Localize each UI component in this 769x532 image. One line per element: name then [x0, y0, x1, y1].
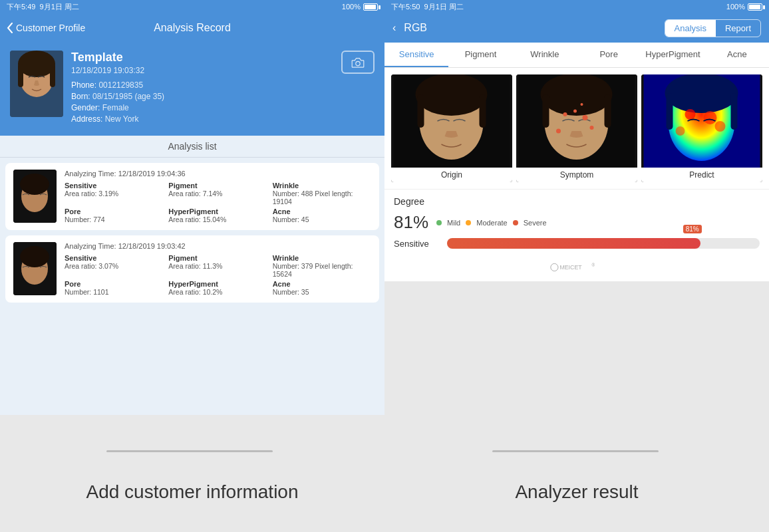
svg-point-34: [704, 111, 717, 124]
image-predict: Predict: [641, 74, 762, 182]
label-sensitive-1: Sensitive Area ratio: 3.19%: [65, 182, 163, 205]
analysis-time-2: Analyzing Time: 12/18/2019 19:03:42: [65, 242, 371, 250]
skin-tab-acne[interactable]: Acne: [705, 43, 769, 67]
origin-label: Origin: [391, 168, 512, 182]
skin-tab-sensitive[interactable]: Sensitive: [384, 43, 448, 67]
profile-phone: Phone: 0012129835: [71, 80, 375, 90]
image-symptom: Symptom: [516, 74, 637, 182]
legend: Mild Moderate Severe: [436, 219, 547, 227]
scrollbar-left[interactable]: [106, 450, 273, 452]
skin-tab-wrinkle[interactable]: Wrinkle: [513, 43, 577, 67]
svg-point-14: [416, 74, 488, 116]
back-button[interactable]: Customer Profile: [7, 23, 85, 33]
label-pigment-1: Pigment Area ratio: 7.14%: [168, 182, 267, 205]
svg-rect-15: [418, 94, 424, 128]
degree-title: Degree: [394, 196, 760, 207]
left-panel: Customer Profile Analysis Record: [0, 13, 384, 415]
svg-point-22: [563, 112, 567, 116]
svg-point-25: [590, 126, 594, 130]
status-time-left: 下午5:49: [7, 2, 35, 12]
analysis-thumbnail-2: [13, 242, 57, 295]
label-pore-2: Pore Number: 1101: [65, 280, 163, 296]
scrollbar-right[interactable]: [492, 450, 659, 452]
sensitive-label: Sensitive: [394, 239, 440, 249]
svg-point-5: [356, 61, 360, 65]
meicet-logo: MEICET ®: [384, 255, 769, 281]
label-wrinkle-1: Wrinkle Number: 488 Pixel length: 19104: [273, 182, 371, 205]
right-nav: ‹ RGB Analysis Report: [384, 13, 769, 43]
analysis-time-1: Analyzing Time: 12/18/2019 19:04:36: [65, 170, 371, 178]
svg-point-24: [573, 110, 577, 113]
svg-rect-21: [605, 94, 611, 128]
svg-point-33: [685, 109, 696, 120]
percent-row: 81% Mild Moderate Severe: [394, 212, 760, 233]
nav-title: Analysis Record: [154, 22, 231, 34]
label-acne-2: Acne Number: 35: [273, 280, 371, 296]
severe-dot: [513, 220, 518, 225]
avatar: [10, 51, 63, 117]
label-sensitive-2: Sensitive Area ratio: 3.07%: [65, 254, 163, 278]
bottom-label-left: Add customer information: [0, 452, 384, 532]
skin-tab-pigment[interactable]: Pigment: [448, 43, 512, 67]
svg-point-35: [676, 126, 685, 136]
label-wrinkle-2: Wrinkle Number: 379 Pixel length: 15624: [273, 254, 371, 278]
svg-point-2: [18, 51, 55, 77]
nav-bar-left: Customer Profile Analysis Record: [0, 13, 384, 43]
camera-button[interactable]: [341, 51, 375, 74]
bottom-label-right: Analyzer result: [384, 452, 769, 532]
profile-address: Address: New York: [71, 114, 375, 124]
profile-card: Template 12/18/2019 19:03:32 Phone: 0012…: [0, 43, 384, 136]
tab-report[interactable]: Report: [716, 20, 760, 37]
analysis-data-2: Analyzing Time: 12/18/2019 19:03:42 Sens…: [65, 242, 371, 296]
tab-analysis[interactable]: Analysis: [665, 20, 716, 37]
mild-label: Mild: [447, 219, 460, 227]
svg-point-36: [715, 121, 726, 132]
predict-label: Predict: [641, 168, 762, 182]
svg-rect-20: [543, 94, 549, 128]
svg-rect-16: [480, 94, 486, 128]
right-back-button[interactable]: ‹: [392, 22, 396, 34]
svg-text:MEICET: MEICET: [559, 264, 582, 271]
skin-tab-pore[interactable]: Pore: [577, 43, 641, 67]
label-hyperpigment-2: HyperPigment Area ratio: 10.2%: [168, 280, 267, 296]
label-pore-1: Pore Number: 774: [65, 207, 163, 223]
analysis-section: Analysis list Analyzing Time: 12/18/2019…: [0, 136, 384, 415]
svg-point-8: [20, 174, 49, 195]
severe-label: Severe: [524, 219, 547, 227]
svg-point-23: [583, 115, 588, 120]
svg-text:®: ®: [591, 263, 595, 267]
profile-info: Template 12/18/2019 19:03:32 Phone: 0012…: [71, 51, 375, 126]
svg-point-27: [581, 103, 583, 106]
svg-point-19: [541, 74, 613, 116]
big-percent: 81%: [394, 212, 428, 233]
profile-gender: Gender: Female: [71, 103, 375, 112]
image-trio: Origin: [384, 68, 769, 189]
right-panel: ‹ RGB Analysis Report Sensitive Pigment …: [384, 13, 769, 281]
svg-rect-3: [18, 64, 23, 87]
svg-point-26: [556, 129, 561, 134]
profile-name: Template: [71, 51, 375, 65]
label-pigment-2: Pigment Area ratio: 11.3%: [168, 254, 267, 278]
analysis-data-1: Analyzing Time: 12/18/2019 19:04:36 Sens…: [65, 170, 371, 223]
progress-container: 81%: [447, 238, 760, 249]
moderate-label: Moderate: [476, 219, 507, 227]
status-bar-right: 下午5:50 9月1日 周二 100%: [384, 0, 769, 13]
bottom-section: Add customer information Analyzer result: [0, 452, 769, 532]
status-date-left: 9月1日 周二: [40, 2, 79, 12]
status-bar-left: 下午5:49 9月1日 周二 100%: [0, 0, 384, 13]
svg-rect-4: [50, 64, 55, 87]
mild-dot: [436, 220, 442, 225]
degree-section: Degree 81% Mild Moderate Severe Sensitiv…: [384, 189, 769, 255]
status-time-right: 下午5:50: [391, 2, 420, 12]
right-nav-tabs: Analysis Report: [665, 19, 761, 37]
image-origin: Origin: [391, 74, 512, 182]
analysis-item[interactable]: Analyzing Time: 12/18/2019 19:04:36 Sens…: [5, 163, 379, 230]
skin-tab-hyperpigment[interactable]: HyperPigment: [641, 43, 704, 67]
svg-rect-31: [667, 93, 673, 130]
profile-born: Born: 08/15/1985 (age 35): [71, 92, 375, 101]
svg-point-11: [20, 246, 49, 267]
back-label: Customer Profile: [16, 23, 85, 33]
rgb-label: RGB: [404, 22, 427, 34]
analysis-item-2[interactable]: Analyzing Time: 12/18/2019 19:03:42 Sens…: [5, 235, 379, 303]
label-acne-1: Acne Number: 45: [273, 207, 371, 223]
